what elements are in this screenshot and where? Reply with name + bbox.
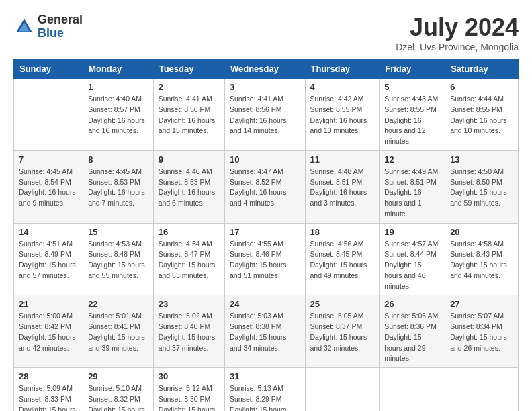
day-info: Sunrise: 4:47 AMSunset: 8:52 PMDaylight:… bbox=[230, 167, 300, 209]
day-info: Sunrise: 4:43 AMSunset: 8:55 PMDaylight:… bbox=[384, 94, 440, 147]
day-number: 3 bbox=[230, 82, 300, 92]
calendar-cell: 8Sunrise: 4:45 AMSunset: 8:53 PMDaylight… bbox=[83, 150, 154, 223]
day-number: 1 bbox=[88, 82, 148, 92]
day-info: Sunrise: 5:09 AMSunset: 8:33 PMDaylight:… bbox=[19, 383, 78, 411]
calendar-cell: 25Sunrise: 5:05 AMSunset: 8:37 PMDayligh… bbox=[305, 295, 380, 368]
day-number: 5 bbox=[384, 82, 440, 92]
day-info: Sunrise: 4:44 AMSunset: 8:55 PMDaylight:… bbox=[450, 94, 513, 136]
calendar-cell: 28Sunrise: 5:09 AMSunset: 8:33 PMDayligh… bbox=[14, 368, 83, 412]
day-info: Sunrise: 4:41 AMSunset: 8:56 PMDaylight:… bbox=[230, 94, 300, 136]
day-number: 19 bbox=[384, 227, 440, 237]
day-number: 15 bbox=[88, 227, 148, 237]
calendar-table: Sunday Monday Tuesday Wednesday Thursday… bbox=[13, 59, 519, 411]
day-info: Sunrise: 5:12 AMSunset: 8:30 PMDaylight:… bbox=[159, 383, 220, 411]
month-year-title: July 2024 bbox=[396, 13, 519, 42]
header-row: Sunday Monday Tuesday Wednesday Thursday… bbox=[14, 60, 519, 79]
page-header: General Blue July 2024 Dzel, Uvs Provinc… bbox=[13, 13, 519, 52]
day-info: Sunrise: 5:13 AMSunset: 8:29 PMDaylight:… bbox=[230, 383, 300, 411]
day-number: 14 bbox=[19, 227, 78, 237]
calendar-cell: 19Sunrise: 4:57 AMSunset: 8:44 PMDayligh… bbox=[380, 223, 445, 295]
calendar-cell: 24Sunrise: 5:03 AMSunset: 8:38 PMDayligh… bbox=[224, 295, 305, 368]
calendar-cell bbox=[305, 368, 380, 412]
day-number: 27 bbox=[450, 299, 513, 309]
logo-icon bbox=[13, 16, 35, 38]
calendar-cell: 26Sunrise: 5:06 AMSunset: 8:36 PMDayligh… bbox=[380, 295, 445, 368]
day-number: 4 bbox=[310, 82, 375, 92]
calendar-cell: 3Sunrise: 4:41 AMSunset: 8:56 PMDaylight… bbox=[224, 79, 305, 151]
header-friday: Friday bbox=[380, 60, 445, 79]
day-number: 10 bbox=[230, 154, 300, 165]
day-number: 11 bbox=[310, 154, 375, 165]
calendar-cell: 7Sunrise: 4:45 AMSunset: 8:54 PMDaylight… bbox=[14, 150, 83, 223]
header-sunday: Sunday bbox=[14, 60, 83, 79]
logo-general: General bbox=[38, 13, 83, 27]
day-number: 13 bbox=[450, 154, 513, 165]
day-info: Sunrise: 4:40 AMSunset: 8:57 PMDaylight:… bbox=[88, 94, 148, 136]
calendar-row: 14Sunrise: 4:51 AMSunset: 8:49 PMDayligh… bbox=[14, 223, 519, 295]
day-info: Sunrise: 5:05 AMSunset: 8:37 PMDaylight:… bbox=[310, 311, 375, 353]
day-number: 26 bbox=[384, 299, 440, 309]
day-number: 2 bbox=[159, 82, 220, 92]
day-number: 16 bbox=[159, 227, 220, 237]
header-tuesday: Tuesday bbox=[153, 60, 224, 79]
header-saturday: Saturday bbox=[445, 60, 519, 79]
calendar-cell: 15Sunrise: 4:53 AMSunset: 8:48 PMDayligh… bbox=[83, 223, 154, 295]
day-info: Sunrise: 4:57 AMSunset: 8:44 PMDaylight:… bbox=[384, 239, 440, 292]
header-wednesday: Wednesday bbox=[224, 60, 305, 79]
calendar-cell: 23Sunrise: 5:02 AMSunset: 8:40 PMDayligh… bbox=[153, 295, 224, 368]
calendar-cell: 27Sunrise: 5:07 AMSunset: 8:34 PMDayligh… bbox=[445, 295, 519, 368]
day-info: Sunrise: 4:51 AMSunset: 8:49 PMDaylight:… bbox=[19, 239, 78, 281]
header-monday: Monday bbox=[83, 60, 154, 79]
calendar-cell: 17Sunrise: 4:55 AMSunset: 8:46 PMDayligh… bbox=[224, 223, 305, 295]
day-info: Sunrise: 4:56 AMSunset: 8:45 PMDaylight:… bbox=[310, 239, 375, 281]
day-info: Sunrise: 4:48 AMSunset: 8:51 PMDaylight:… bbox=[310, 167, 375, 209]
calendar-cell: 16Sunrise: 4:54 AMSunset: 8:47 PMDayligh… bbox=[153, 223, 224, 295]
day-info: Sunrise: 5:02 AMSunset: 8:40 PMDaylight:… bbox=[159, 311, 220, 353]
calendar-row: 1Sunrise: 4:40 AMSunset: 8:57 PMDaylight… bbox=[14, 79, 519, 151]
day-info: Sunrise: 4:53 AMSunset: 8:48 PMDaylight:… bbox=[88, 239, 148, 281]
calendar-row: 28Sunrise: 5:09 AMSunset: 8:33 PMDayligh… bbox=[14, 368, 519, 412]
day-number: 7 bbox=[19, 154, 78, 165]
day-number: 29 bbox=[88, 371, 148, 381]
calendar-cell: 20Sunrise: 4:58 AMSunset: 8:43 PMDayligh… bbox=[445, 223, 519, 295]
location-subtitle: Dzel, Uvs Province, Mongolia bbox=[396, 42, 519, 52]
calendar-cell: 22Sunrise: 5:01 AMSunset: 8:41 PMDayligh… bbox=[83, 295, 154, 368]
day-info: Sunrise: 5:06 AMSunset: 8:36 PMDaylight:… bbox=[384, 311, 440, 364]
day-number: 17 bbox=[230, 227, 300, 237]
calendar-cell: 6Sunrise: 4:44 AMSunset: 8:55 PMDaylight… bbox=[445, 79, 519, 151]
day-number: 23 bbox=[159, 299, 220, 309]
day-info: Sunrise: 4:45 AMSunset: 8:53 PMDaylight:… bbox=[88, 167, 148, 209]
day-info: Sunrise: 4:58 AMSunset: 8:43 PMDaylight:… bbox=[450, 239, 513, 281]
day-info: Sunrise: 4:42 AMSunset: 8:55 PMDaylight:… bbox=[310, 94, 375, 136]
calendar-cell: 10Sunrise: 4:47 AMSunset: 8:52 PMDayligh… bbox=[224, 150, 305, 223]
day-info: Sunrise: 4:46 AMSunset: 8:53 PMDaylight:… bbox=[159, 167, 220, 209]
day-number: 30 bbox=[159, 371, 220, 381]
day-number: 12 bbox=[384, 154, 440, 165]
calendar-row: 21Sunrise: 5:00 AMSunset: 8:42 PMDayligh… bbox=[14, 295, 519, 368]
day-number: 21 bbox=[19, 299, 78, 309]
calendar-cell: 18Sunrise: 4:56 AMSunset: 8:45 PMDayligh… bbox=[305, 223, 380, 295]
logo: General Blue bbox=[13, 13, 83, 40]
calendar-cell: 5Sunrise: 4:43 AMSunset: 8:55 PMDaylight… bbox=[380, 79, 445, 151]
logo-blue: Blue bbox=[38, 27, 83, 40]
day-number: 22 bbox=[88, 299, 148, 309]
calendar-cell: 30Sunrise: 5:12 AMSunset: 8:30 PMDayligh… bbox=[153, 368, 224, 412]
calendar-cell: 9Sunrise: 4:46 AMSunset: 8:53 PMDaylight… bbox=[153, 150, 224, 223]
calendar-cell: 11Sunrise: 4:48 AMSunset: 8:51 PMDayligh… bbox=[305, 150, 380, 223]
calendar-cell: 29Sunrise: 5:10 AMSunset: 8:32 PMDayligh… bbox=[83, 368, 154, 412]
day-number: 9 bbox=[159, 154, 220, 165]
calendar-cell: 1Sunrise: 4:40 AMSunset: 8:57 PMDaylight… bbox=[83, 79, 154, 151]
day-info: Sunrise: 4:54 AMSunset: 8:47 PMDaylight:… bbox=[159, 239, 220, 281]
calendar-cell: 14Sunrise: 4:51 AMSunset: 8:49 PMDayligh… bbox=[14, 223, 83, 295]
day-info: Sunrise: 4:45 AMSunset: 8:54 PMDaylight:… bbox=[19, 167, 78, 209]
calendar-body: 1Sunrise: 4:40 AMSunset: 8:57 PMDaylight… bbox=[14, 79, 519, 412]
calendar-cell: 13Sunrise: 4:50 AMSunset: 8:50 PMDayligh… bbox=[445, 150, 519, 223]
day-info: Sunrise: 4:55 AMSunset: 8:46 PMDaylight:… bbox=[230, 239, 300, 281]
logo-text: General Blue bbox=[38, 13, 83, 40]
title-block: July 2024 Dzel, Uvs Province, Mongolia bbox=[396, 13, 519, 52]
calendar-row: 7Sunrise: 4:45 AMSunset: 8:54 PMDaylight… bbox=[14, 150, 519, 223]
calendar-cell bbox=[14, 79, 83, 151]
day-info: Sunrise: 5:01 AMSunset: 8:41 PMDaylight:… bbox=[88, 311, 148, 353]
calendar-cell bbox=[445, 368, 519, 412]
calendar-cell: 2Sunrise: 4:41 AMSunset: 8:56 PMDaylight… bbox=[153, 79, 224, 151]
